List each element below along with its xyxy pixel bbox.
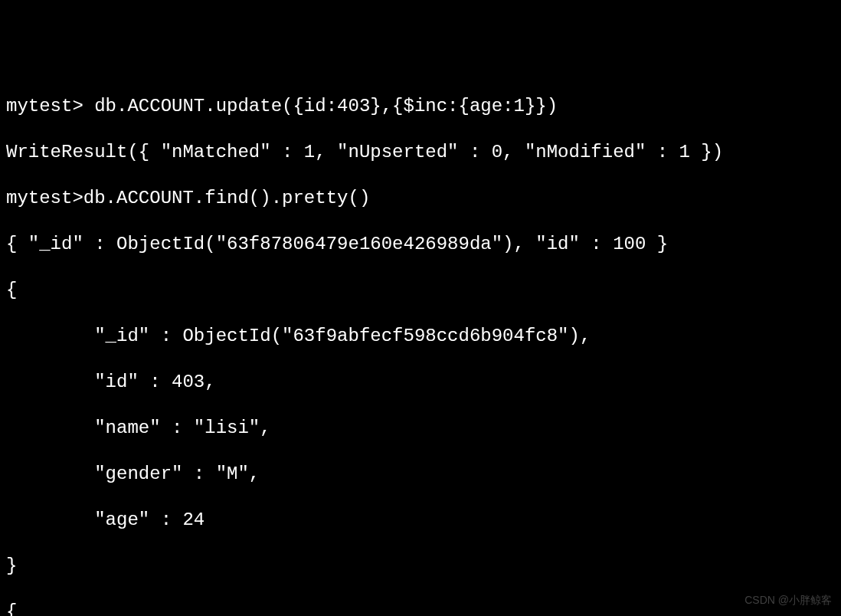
terminal-line-doc1-close: } <box>6 555 835 578</box>
watermark-text: CSDN @小胖鲸客 <box>744 594 832 608</box>
terminal-line-doc2-open: { <box>6 601 835 616</box>
terminal-line-doc1-name: "name" : "lisi", <box>6 417 835 440</box>
terminal-line-command-update: mytest> db.ACCOUNT.update({id:403},{$inc… <box>6 95 835 118</box>
terminal-line-command-find: mytest>db.ACCOUNT.find().pretty() <box>6 187 835 210</box>
terminal-line-doc0: { "_id" : ObjectId("63f87806479e160e4269… <box>6 233 835 256</box>
terminal-line-doc1-id: "_id" : ObjectId("63f9abfecf598ccd6b904f… <box>6 325 835 348</box>
terminal-line-write-result: WriteResult({ "nMatched" : 1, "nUpserted… <box>6 141 835 164</box>
terminal-line-doc1-id-num: "id" : 403, <box>6 371 835 394</box>
terminal-line-doc1-open: { <box>6 279 835 302</box>
terminal-line-doc1-age: "age" : 24 <box>6 509 835 532</box>
terminal-line-doc1-gender: "gender" : "M", <box>6 463 835 486</box>
